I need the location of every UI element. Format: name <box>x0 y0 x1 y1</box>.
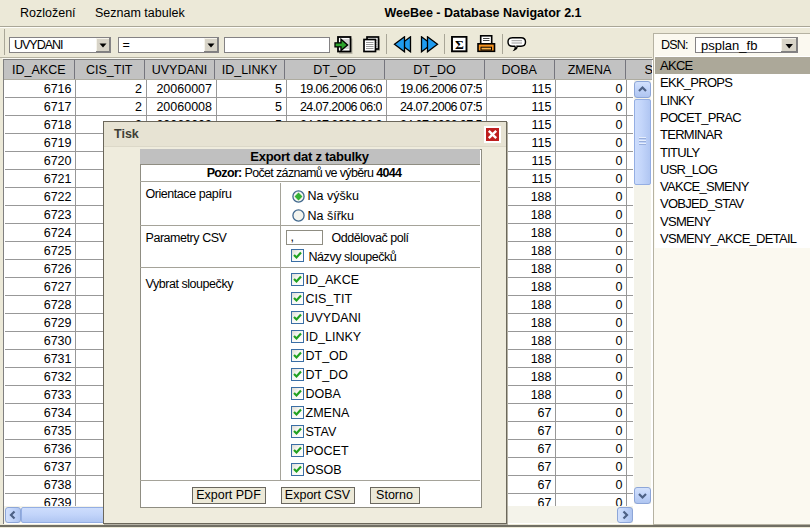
svg-text:Σ: Σ <box>455 37 464 52</box>
